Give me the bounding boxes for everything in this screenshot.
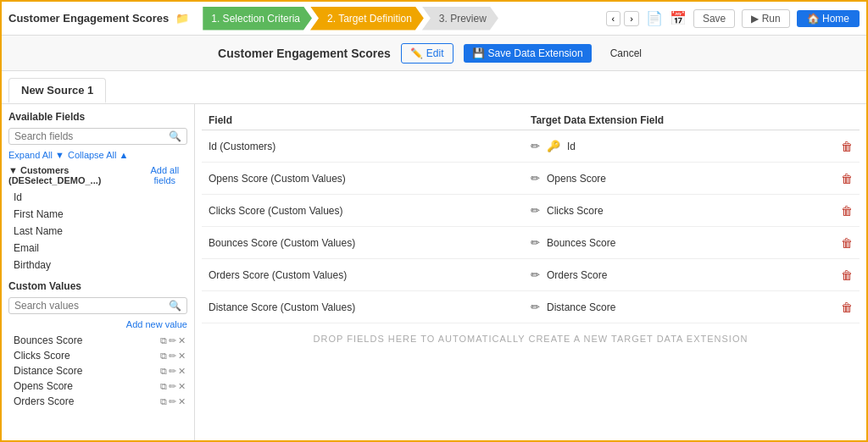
wizard-steps: 1. Selection Criteria 2. Target Definiti… xyxy=(203,7,498,30)
custom-value-opens: Opens Score ⧉ ✏ ✕ xyxy=(8,378,187,394)
row-delete-icon-0[interactable]: 🗑 xyxy=(841,140,853,153)
cancel-button[interactable]: Cancel xyxy=(602,44,650,63)
cv-distance-copy-icon[interactable]: ⧉ xyxy=(160,366,167,377)
cv-clicks-copy-icon[interactable]: ⧉ xyxy=(160,351,167,362)
save-icon: 💾 xyxy=(472,47,485,59)
table-row: Bounces Score (Custom Values) ✏ Bounces … xyxy=(202,227,860,259)
edit-icon: ✏️ xyxy=(410,47,423,59)
search-values-box: 🔍 xyxy=(8,297,187,314)
custom-values-section: Custom Values 🔍 Add new value Bounces Sc… xyxy=(8,280,187,409)
field-rows-list: Id (Customers) ✏ 🔑 Id 🗑 Opens Score (Cus… xyxy=(202,130,860,434)
app-title: Customer Engagement Scores xyxy=(8,12,169,25)
wizard-prev-button[interactable]: ‹ xyxy=(606,11,621,26)
search-icon: 🔍 xyxy=(169,130,181,142)
row-delete-icon-2[interactable]: 🗑 xyxy=(841,204,853,218)
drop-zone: DROP FIELDS HERE TO AUTOMATICALLY CREATE… xyxy=(202,323,860,354)
expand-collapse-bar: Expand All ▼ Collapse All ▲ xyxy=(8,150,187,160)
sub-header-title: Customer Engagement Scores xyxy=(218,47,391,60)
search-values-input[interactable] xyxy=(14,300,169,312)
folder-icon[interactable]: 📁 xyxy=(175,12,189,25)
field-item-birthday[interactable]: Birthday xyxy=(8,257,187,273)
row-target-label-1: Opens Score xyxy=(547,173,606,185)
home-button[interactable]: 🏠 Home xyxy=(797,10,860,27)
table-row: Id (Customers) ✏ 🔑 Id 🗑 xyxy=(202,130,860,163)
cv-bounces-delete-icon[interactable]: ✕ xyxy=(178,335,186,346)
available-fields-label: Available Fields xyxy=(8,111,187,123)
cv-orders-delete-icon[interactable]: ✕ xyxy=(178,396,186,407)
field-item-firstname[interactable]: First Name xyxy=(8,206,187,223)
row-edit-icon-4[interactable]: ✏ xyxy=(531,268,540,281)
customers-fields-list: Id First Name Last Name Email Birthday xyxy=(8,189,187,273)
target-column-header: Target Data Extension Field xyxy=(531,114,853,126)
add-new-value-link[interactable]: Add new value xyxy=(8,319,187,329)
cv-opens-edit-icon[interactable]: ✏ xyxy=(169,381,176,392)
table-header: Field Target Data Extension Field xyxy=(202,111,860,130)
customers-group-header: ▼ Customers (DESelect_DEMO_...) Add all … xyxy=(8,165,187,185)
field-item-email[interactable]: Email xyxy=(8,240,187,257)
search-fields-box: 🔍 xyxy=(8,128,187,145)
row-delete-icon-1[interactable]: 🗑 xyxy=(841,172,853,185)
cv-distance-edit-icon[interactable]: ✏ xyxy=(169,366,176,377)
collapse-all-button[interactable]: Collapse All ▲ xyxy=(68,150,128,160)
custom-value-distance: Distance Score ⧉ ✏ ✕ xyxy=(8,363,187,378)
row-delete-icon-3[interactable]: 🗑 xyxy=(841,236,853,250)
table-row: Opens Score (Custom Values) ✏ Opens Scor… xyxy=(202,163,860,195)
row-source-bounces: Bounces Score (Custom Values) xyxy=(209,237,531,249)
cv-orders-copy-icon[interactable]: ⧉ xyxy=(160,396,167,407)
row-source-orders: Orders Score (Custom Values) xyxy=(209,269,531,281)
doc-icon-button[interactable]: 📄 xyxy=(646,10,663,26)
wizard-step-1[interactable]: 1. Selection Criteria xyxy=(203,7,312,30)
field-item-id[interactable]: Id xyxy=(8,189,187,206)
row-edit-icon-3[interactable]: ✏ xyxy=(531,236,540,249)
search-fields-input[interactable] xyxy=(14,130,169,142)
row-target-label-5: Distance Score xyxy=(547,301,615,313)
save-data-extension-button[interactable]: 💾 Save Data Extension xyxy=(464,44,592,63)
row-edit-icon-2[interactable]: ✏ xyxy=(531,204,540,217)
table-row: Clicks Score (Custom Values) ✏ Clicks Sc… xyxy=(202,195,860,227)
custom-value-bounces: Bounces Score ⧉ ✏ ✕ xyxy=(8,333,187,348)
wizard-step-3[interactable]: 3. Preview xyxy=(422,7,498,30)
cv-distance-delete-icon[interactable]: ✕ xyxy=(178,366,186,377)
table-row: Orders Score (Custom Values) ✏ Orders Sc… xyxy=(202,259,860,291)
cv-opens-copy-icon[interactable]: ⧉ xyxy=(160,381,167,392)
edit-button[interactable]: ✏️ Edit xyxy=(401,43,453,64)
wizard-nav: ‹ › xyxy=(606,11,639,26)
search-values-icon: 🔍 xyxy=(169,300,181,312)
wizard-step-2[interactable]: 2. Target Definition xyxy=(310,7,424,30)
row-source-opens: Opens Score (Custom Values) xyxy=(209,173,531,185)
tab-new-source-1[interactable]: New Source 1 xyxy=(8,78,106,103)
row-key-icon-0[interactable]: 🔑 xyxy=(547,140,560,152)
field-column-header: Field xyxy=(209,114,531,126)
customers-group-label: ▼ Customers (DESelect_DEMO_...) xyxy=(8,165,142,185)
row-target-label-4: Orders Score xyxy=(547,269,607,281)
cv-clicks-delete-icon[interactable]: ✕ xyxy=(178,351,186,362)
custom-value-clicks: Clicks Score ⧉ ✏ ✕ xyxy=(8,348,187,363)
cv-opens-delete-icon[interactable]: ✕ xyxy=(178,381,186,392)
custom-values-label: Custom Values xyxy=(8,280,187,292)
cv-clicks-edit-icon[interactable]: ✏ xyxy=(169,351,176,362)
right-panel: Field Target Data Extension Field Id (Cu… xyxy=(195,104,866,440)
row-target-label-3: Bounces Score xyxy=(547,237,615,249)
tab-bar: New Source 1 xyxy=(2,71,866,104)
row-delete-icon-5[interactable]: 🗑 xyxy=(841,301,853,314)
row-source-id: Id (Customers) xyxy=(209,141,531,152)
wizard-next-button[interactable]: › xyxy=(624,11,639,26)
row-edit-icon-0[interactable]: ✏ xyxy=(531,140,540,152)
field-item-lastname[interactable]: Last Name xyxy=(8,223,187,240)
table-row: Distance Score (Custom Values) ✏ Distanc… xyxy=(202,291,860,323)
cv-bounces-copy-icon[interactable]: ⧉ xyxy=(160,335,167,346)
cv-bounces-edit-icon[interactable]: ✏ xyxy=(169,335,176,346)
expand-all-button[interactable]: Expand All ▼ xyxy=(8,150,64,160)
add-all-fields-button[interactable]: Add all fields xyxy=(142,165,187,185)
save-button[interactable]: Save xyxy=(693,9,735,28)
row-target-label-2: Clicks Score xyxy=(547,205,604,217)
row-edit-icon-1[interactable]: ✏ xyxy=(531,172,540,185)
row-delete-icon-4[interactable]: 🗑 xyxy=(841,268,853,282)
row-source-distance: Distance Score (Custom Values) xyxy=(209,301,531,313)
row-edit-icon-5[interactable]: ✏ xyxy=(531,301,540,313)
run-button[interactable]: ▶ Run xyxy=(742,9,789,28)
row-source-clicks: Clicks Score (Custom Values) xyxy=(209,205,531,217)
custom-value-orders: Orders Score ⧉ ✏ ✕ xyxy=(8,394,187,409)
cv-orders-edit-icon[interactable]: ✏ xyxy=(169,396,176,407)
calendar-icon-button[interactable]: 📅 xyxy=(670,10,687,26)
